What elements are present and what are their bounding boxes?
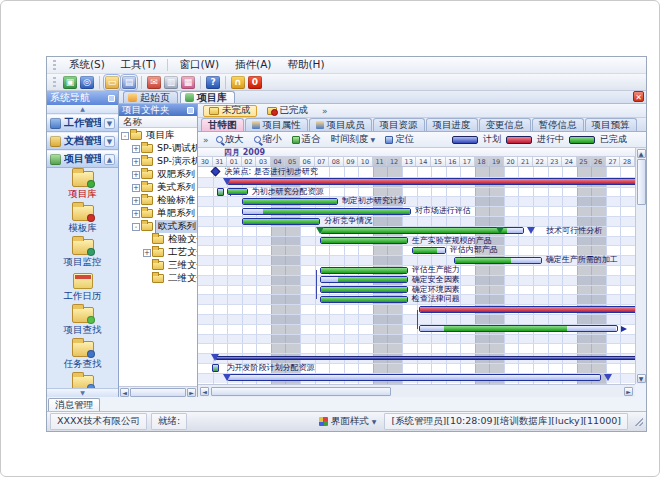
filter-overflow-chevron[interactable]: »	[318, 106, 332, 116]
scroll-right-arrow[interactable]: ►	[624, 387, 633, 396]
scroll-thumb[interactable]	[130, 388, 186, 397]
zoom-in-button[interactable]: 放大	[213, 132, 247, 147]
task-icon[interactable]	[217, 188, 224, 196]
tree-node-欧式系列[interactable]: -欧式系列	[119, 220, 197, 233]
logout-icon[interactable]: 0	[248, 76, 262, 89]
tree-horizontal-scrollbar[interactable]: ◄ ►	[119, 386, 197, 397]
collapse-minus-icon[interactable]: -	[121, 132, 129, 140]
collapse-minus-icon[interactable]: -	[132, 223, 140, 231]
tree-node-三维文件[interactable]: 三维文件	[119, 259, 197, 272]
sidebar-item-项目监控[interactable]: 项目监控	[47, 239, 118, 269]
mail-icon[interactable]: ✉	[147, 76, 161, 89]
view-tab-甘特图[interactable]: 甘特图	[201, 118, 244, 131]
task-icon[interactable]	[212, 364, 219, 372]
expand-arrow-icon[interactable]: ▼	[104, 136, 115, 147]
network-icon[interactable]: ◎	[80, 76, 94, 89]
window-layout-icon[interactable]: ▤	[122, 76, 136, 89]
scroll-right-arrow[interactable]: ►	[187, 388, 196, 397]
view-tab-项目资源[interactable]: 项目资源	[373, 118, 425, 131]
chart-icon[interactable]: ▦	[181, 76, 195, 89]
message-panel-tab[interactable]: 消息管理	[48, 398, 100, 411]
close-tab-button[interactable]: ✕	[633, 91, 644, 102]
tree-node-检验文件[interactable]: 检验文件	[119, 233, 197, 246]
document-tab-起始页[interactable]: 起始页	[123, 91, 178, 103]
expand-plus-icon[interactable]: +	[132, 197, 140, 205]
zoom-out-button[interactable]: 缩小	[251, 132, 285, 147]
tree-node-单肥系列[interactable]: +单肥系列	[119, 207, 197, 220]
sidebar-item-项目文档查找[interactable]: 项目文档查找	[47, 375, 118, 388]
nav-scroll-down[interactable]: ▼	[47, 388, 118, 397]
gantt-bar[interactable]	[454, 257, 541, 264]
gantt-bar[interactable]	[242, 198, 338, 205]
view-tab-项目成员[interactable]: 项目成员	[309, 118, 372, 131]
tree-node-工艺文件[interactable]: +工艺文件	[119, 246, 197, 259]
pin-icon[interactable]	[187, 107, 194, 114]
help-icon[interactable]: ?	[206, 76, 220, 89]
report-icon[interactable]: ▥	[164, 76, 178, 89]
tree-node-美式系列[interactable]: +美式系列	[119, 181, 197, 194]
gantt-bar[interactable]	[320, 286, 407, 293]
menu-item-2[interactable]: 窗口(W)	[172, 57, 226, 73]
filter-button-已完成[interactable]: 已完成	[261, 105, 315, 117]
menu-item-1[interactable]: 工具(T)	[114, 57, 164, 73]
scroll-thumb[interactable]	[211, 387, 391, 396]
gantt-bar[interactable]	[227, 374, 601, 381]
tree-node-二维文件[interactable]: 二维文件	[119, 272, 197, 285]
toolbar-overflow-chevron[interactable]: »	[203, 135, 209, 145]
tree-node-检验标准[interactable]: +检验标准	[119, 194, 197, 207]
expand-arrow-icon[interactable]: ▼	[104, 118, 115, 129]
sidebar-item-工作日历[interactable]: 工作日历	[47, 273, 118, 303]
tree-node-SP-调试机系[interactable]: +SP-调试机系	[119, 142, 197, 155]
sidebar-item-任务查找[interactable]: 任务查找	[47, 341, 118, 371]
scroll-left-arrow[interactable]: ◄	[200, 387, 209, 396]
expand-plus-icon[interactable]: +	[132, 158, 140, 166]
expand-plus-icon[interactable]: +	[132, 145, 140, 153]
scroll-thumb[interactable]	[637, 159, 646, 205]
gantt-chart[interactable]: 决策点: 是否进行初步研究为初步研究分配资源制定初步研究计划对市场进行评估分析竞…	[198, 167, 635, 384]
view-tab-变更信息[interactable]: 变更信息	[479, 118, 531, 131]
gantt-bar[interactable]	[419, 325, 617, 332]
collapse-arrow-icon[interactable]: ▲	[104, 154, 115, 165]
nav-group-文档管理[interactable]: 文档管理▼	[47, 132, 118, 150]
expand-plus-icon[interactable]: +	[132, 171, 140, 179]
nav-group-项目管理[interactable]: 项目管理▲	[47, 150, 118, 168]
tree-node-项目库[interactable]: -项目库	[119, 129, 197, 142]
gantt-bar[interactable]	[215, 356, 635, 360]
menu-item-3[interactable]: 插件(A)	[228, 57, 278, 73]
nav-scroll-up[interactable]: ▲	[47, 105, 118, 114]
gantt-bar[interactable]	[242, 208, 411, 215]
expand-plus-icon[interactable]: +	[132, 184, 140, 192]
sidebar-item-项目查找[interactable]: 项目查找	[47, 307, 118, 337]
gantt-bar[interactable]	[242, 218, 321, 225]
pin-icon[interactable]	[108, 95, 115, 102]
sidebar-item-项目库[interactable]: 项目库	[47, 171, 118, 201]
system-icon[interactable]: ▣	[63, 76, 77, 89]
lock-icon[interactable]: ∩	[231, 76, 245, 89]
gantt-bar[interactable]	[320, 237, 407, 244]
view-tab-暂停信息[interactable]: 暂停信息	[532, 118, 584, 131]
time-scale-dropdown[interactable]: 时间刻度 ▼	[328, 132, 379, 147]
gantt-bar[interactable]	[320, 267, 407, 274]
tree-node-双肥系列[interactable]: +双肥系列	[119, 168, 197, 181]
interface-style-button[interactable]: 界面样式 ▼	[315, 414, 381, 429]
view-tab-项目预算[interactable]: 项目预算	[585, 118, 637, 131]
expand-plus-icon[interactable]: +	[143, 249, 151, 257]
tree-node-SP-演示机系[interactable]: +SP-演示机系	[119, 155, 197, 168]
resize-grip[interactable]	[634, 417, 643, 426]
sidebar-item-模板库[interactable]: 模板库	[47, 205, 118, 235]
view-tab-项目进度[interactable]: 项目进度	[426, 118, 478, 131]
open-folder-icon[interactable]: ▭	[105, 76, 119, 89]
scroll-left-arrow[interactable]: ◄	[120, 388, 129, 397]
document-tab-项目库[interactable]: 项目库	[180, 91, 235, 103]
fit-button[interactable]: 适合	[289, 132, 324, 147]
nav-group-工作管理[interactable]: 工作管理▼	[47, 114, 118, 132]
menu-item-0[interactable]: 系统(S)	[62, 57, 112, 73]
gantt-bar[interactable]	[412, 247, 446, 254]
filter-button-未完成[interactable]: 未完成	[203, 105, 257, 117]
gantt-bar[interactable]	[419, 306, 635, 313]
gantt-bar[interactable]	[320, 296, 407, 303]
view-tab-项目属性[interactable]: 项目属性	[245, 118, 308, 131]
scroll-up-arrow[interactable]: ▲	[637, 149, 646, 158]
locate-button[interactable]: 定位	[382, 132, 417, 147]
gantt-vertical-scrollbar[interactable]: ▲ ▼	[635, 148, 646, 384]
